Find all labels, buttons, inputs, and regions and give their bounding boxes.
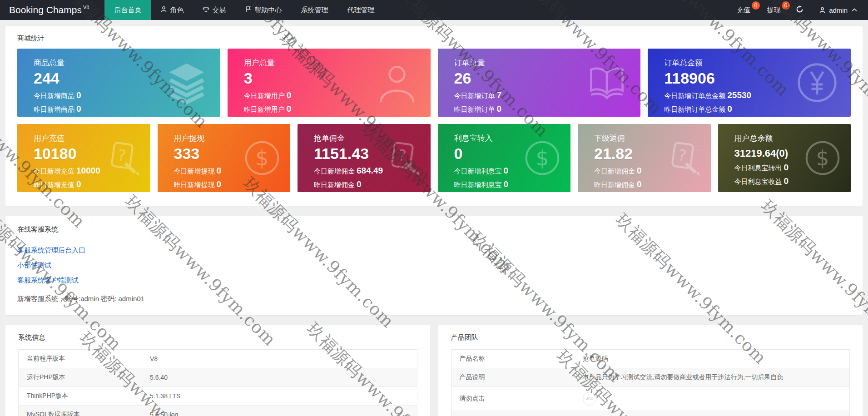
nav-item-system-admin[interactable]: 系统管理 [291,0,337,20]
table-row: MySQL数据库版本5.6.50-log [19,406,417,416]
panel-title: 系统信息 [5,325,430,349]
panel-title: 产品团队 [438,325,863,349]
withdraw-button[interactable]: 提现 0 [759,0,789,20]
refresh-icon [796,5,804,15]
brand-logo[interactable]: Booking Champs V8 [0,0,98,20]
nav-item-home[interactable]: 后台首页 [104,0,151,20]
top-navbar: Booking Champs V8 后台首页 角色 交易 帮助中心 系统管理 [0,0,868,20]
navbar-right: 充值 0 提现 0 admin [729,0,868,20]
shop-stats-panel: 商城统计 商品总量 244 今日新增商品0 昨日新增商品0 用户总量 3 今日新… [5,26,863,206]
system-info-table: 当前程序版本V8 运行PHP版本5.6.40 ThinkPHP版本5.1.38 … [18,349,417,416]
product-team-table: 产品名称抢单源码 产品说明本产品只为学习测试交流,请勿要做商业或者用于违法行为,… [451,349,850,416]
nav-item-label: 系统管理 [301,6,328,15]
main-menu: 后台首页 角色 交易 帮助中心 系统管理 代理管理 [104,0,384,20]
stat-card-user-total: 用户总量 3 今日新增用户0 昨日新增用户0 [228,49,431,117]
main-content: 商城统计 商品总量 244 今日新增商品0 昨日新增商品0 用户总量 3 今日新… [0,20,868,416]
service-account-note: 新增客服系统，账号:admin 密码: admin01 [17,295,851,303]
nav-item-help-center[interactable]: 帮助中心 [235,0,291,20]
user-name: admin [829,6,848,14]
nav-item-label: 代理管理 [347,6,374,15]
nav-item-label: 帮助中心 [254,6,282,15]
stat-card-row-2: 用户充值 10180 今日新增充值10000 昨日新增充值0 ? 用户提现 33… [5,124,863,192]
table-row: 请勿点击404 [451,387,850,411]
user-menu[interactable]: admin [811,0,863,20]
stat-card-grab-commission: 抢单佣金 1151.43 今日新增佣金684.49 昨日新增佣金0 ? [298,124,431,192]
panel-title: 在线客服系统 [5,218,863,240]
stat-card-order-total: 订单总量 26 今日新增订单7 昨日新增订单0 [438,49,641,117]
nav-item-trade[interactable]: 交易 [193,0,235,20]
nav-item-label: 后台首页 [114,6,141,15]
withdraw-label: 提现 [767,6,780,15]
product-team-panel: 产品团队 产品名称抢单源码 产品说明本产品只为学习测试交流,请勿要做商业或者用于… [438,325,863,416]
chevron-up-icon [852,8,857,12]
stat-card-product-total: 商品总量 244 今日新增商品0 昨日新增商品0 [17,49,220,117]
table-row: ThinkPHP版本5.1.38 LTS [19,387,417,406]
nav-item-agent-admin[interactable]: 代理管理 [337,0,384,20]
system-info-panel: 系统信息 当前程序版本V8 运行PHP版本5.6.40 ThinkPHP版本5.… [5,325,430,416]
stat-card-user-withdraw: 用户提现 333 今日新增提现0 昨日新增提现0 $ [158,124,291,192]
recharge-button[interactable]: 充值 0 [729,0,759,20]
stat-card-user-recharge: 用户充值 10180 今日新增充值10000 昨日新增充值0 ? [17,124,150,192]
refresh-button[interactable] [789,0,811,20]
recharge-label: 充值 [737,6,750,15]
nav-item-label: 交易 [212,6,226,15]
stat-card-sub-commission: 下级返佣 21.82 今日新增佣金0 昨日新增佣金0 ? [578,124,711,192]
bottom-panels: 系统信息 当前程序版本V8 运行PHP版本5.6.40 ThinkPHP版本5.… [5,325,863,416]
nav-item-roles[interactable]: 角色 [151,0,193,20]
table-row: 产品名称抢单源码 [451,350,850,368]
brand-version: V8 [83,5,89,10]
flag-icon [245,6,252,14]
nav-item-label: 角色 [170,6,184,15]
brand-name: Booking Champs [9,5,82,15]
table-row: 产品大小25.5M [451,411,850,416]
person-icon [160,6,167,14]
table-row: 运行PHP版本5.6.40 [19,368,417,387]
customer-service-panel: 在线客服系统 客服系统管理后台入口 小部件测试 客服系统客户端测试 新增客服系统… [5,216,863,315]
stat-card-row-1: 商品总量 244 今日新增商品0 昨日新增商品0 用户总量 3 今日新增用户0 … [5,49,863,117]
stat-card-user-balance: 用户总余额 31219.64(0) 今日利息宝转出0 今日利息宝收益0 $ [718,124,851,192]
stat-card-interest-in: 利息宝转入 0 今日新增利息宝0 昨日新增利息宝0 $ [438,124,571,192]
service-client-test-link[interactable]: 客服系统客户端测试 [17,276,851,285]
404-badge[interactable]: 404 [583,392,596,406]
service-admin-link[interactable]: 客服系统管理后台入口 [17,246,851,255]
scales-icon [203,6,209,14]
user-icon [819,7,826,14]
table-row: 当前程序版本V8 [19,350,417,368]
widget-test-link[interactable]: 小部件测试 [17,261,851,270]
panel-title: 商城统计 [5,26,863,49]
table-row: 产品说明本产品只为学习测试交流,请勿要做商业或者用于违法行为,一切后果自负 [451,368,850,387]
stat-card-order-amount: 订单总金额 118906 今日新增订单总金额25530 昨日新增订单总金额0 [648,49,851,117]
